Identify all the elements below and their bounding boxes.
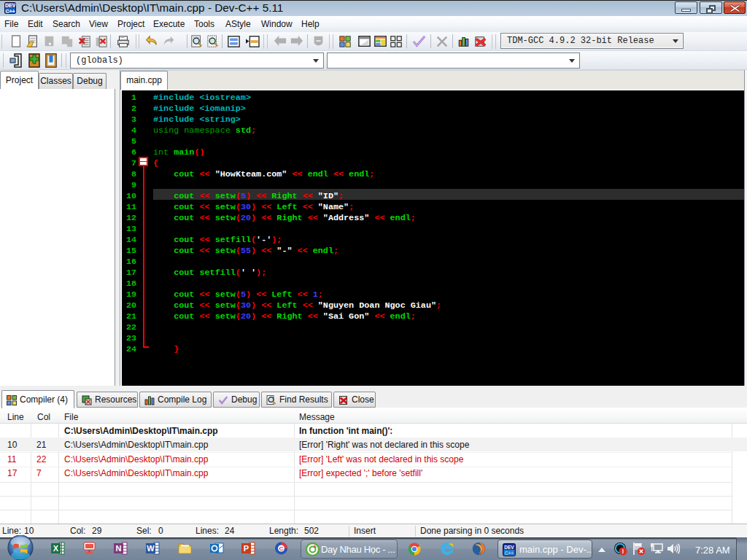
svg-text:!: ! bbox=[622, 548, 624, 555]
svg-text:W: W bbox=[147, 544, 155, 553]
svg-text:C++: C++ bbox=[505, 551, 514, 556]
svg-text:DEV: DEV bbox=[504, 545, 514, 550]
svg-text:X: X bbox=[53, 544, 59, 553]
svg-text:P: P bbox=[244, 544, 249, 553]
svg-text:N: N bbox=[116, 544, 122, 553]
svg-text:C: C bbox=[279, 545, 284, 552]
